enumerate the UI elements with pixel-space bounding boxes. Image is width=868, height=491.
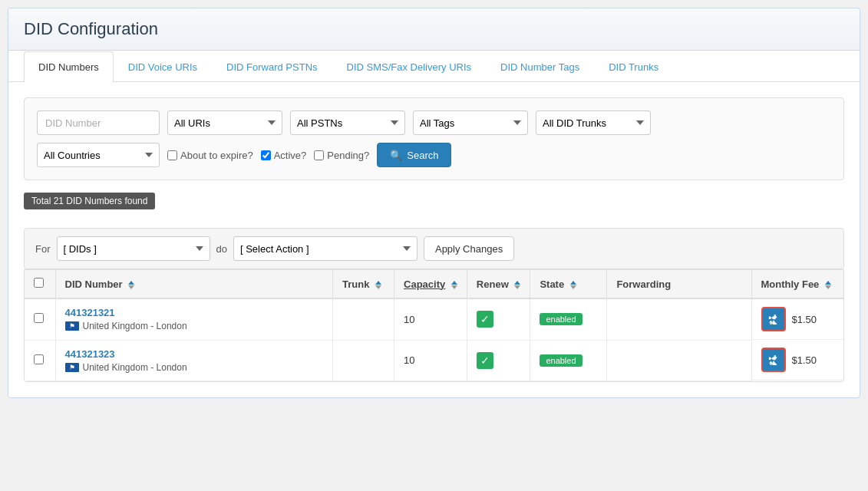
th-checkbox <box>25 270 55 298</box>
shuffle-icon <box>768 354 779 365</box>
table-header-row: DID Number Trunk <box>25 270 843 298</box>
state-badge: enabled <box>540 313 582 325</box>
table-body: 441321321 United Kingdom - London 10 ✓ e… <box>25 298 843 381</box>
th-did-number: DID Number <box>55 270 333 298</box>
th-forwarding: Forwarding <box>607 270 751 298</box>
did-location: United Kingdom - London <box>65 362 324 373</box>
monthly-fee-value: $1.50 <box>792 354 817 366</box>
row-state-cell: enabled <box>530 340 607 381</box>
pending-checkbox[interactable] <box>314 150 324 160</box>
row-did-number-cell: 441321321 United Kingdom - London <box>55 298 333 340</box>
shuffle-icon <box>768 314 779 325</box>
tab-did-numbers[interactable]: DID Numbers <box>24 51 114 82</box>
did-number-cell: 441321321 United Kingdom - London <box>65 307 324 331</box>
sort-down-icon <box>375 285 381 289</box>
sort-up-icon <box>825 281 831 285</box>
sort-up-icon <box>375 281 381 285</box>
did-number-value[interactable]: 441321321 <box>65 307 324 318</box>
row-forwarding-cell <box>607 298 751 340</box>
row-trunk-cell <box>333 298 394 340</box>
capacity-value: 10 <box>404 354 414 366</box>
did-number-input[interactable] <box>37 110 160 135</box>
row-forwarding-cell <box>607 340 751 381</box>
tab-did-number-tags[interactable]: DID Number Tags <box>486 51 594 82</box>
th-capacity: Capacity <box>394 270 467 298</box>
capacity-sort[interactable] <box>451 281 457 289</box>
apply-changes-button[interactable]: Apply Changes <box>424 236 514 261</box>
sort-down-icon <box>825 285 831 289</box>
monthly-fee-value: $1.50 <box>792 314 817 325</box>
did-table: DID Number Trunk <box>25 270 843 381</box>
row-renew-cell: ✓ <box>467 298 530 340</box>
page-header: DID Configuration <box>8 8 860 51</box>
monthly-fee-sort[interactable] <box>825 281 831 289</box>
did-location-text: United Kingdom - London <box>83 321 187 331</box>
renew-check-icon: ✓ <box>477 352 493 369</box>
pstn-select[interactable]: All PSTNs <box>290 110 405 135</box>
row-capacity-cell: 10 <box>394 340 467 381</box>
tab-did-sms-fax[interactable]: DID SMS/Fax Delivery URIs <box>332 51 487 82</box>
sort-down-icon <box>128 285 134 289</box>
sort-down-icon <box>514 285 520 289</box>
tab-did-forward-pstns[interactable]: DID Forward PSTNs <box>212 51 332 82</box>
about-to-expire-checkbox[interactable] <box>167 150 177 160</box>
filter-box: All URIs All PSTNs All Tags All DID Trun… <box>24 97 844 180</box>
row-checkbox-cell <box>25 298 55 340</box>
capacity-value: 10 <box>404 314 414 325</box>
search-icon: 🔍 <box>390 150 402 161</box>
did-number-sort[interactable] <box>128 281 134 289</box>
pending-label[interactable]: Pending? <box>314 150 369 161</box>
table-wrapper: DID Number Trunk <box>24 269 844 382</box>
table-row: 441321323 United Kingdom - London 10 ✓ e… <box>25 340 843 381</box>
row-monthly-fee-cell: $1.50 <box>752 340 844 381</box>
trunk-sort[interactable] <box>375 281 381 289</box>
about-to-expire-label[interactable]: About to expire? <box>167 150 253 161</box>
row-trunk-cell <box>333 340 394 381</box>
th-state: State <box>530 270 607 298</box>
page-title: DID Configuration <box>24 19 844 39</box>
select-all-checkbox[interactable] <box>34 278 44 288</box>
row-did-number-cell: 441321323 United Kingdom - London <box>55 340 333 381</box>
table-row: 441321321 United Kingdom - London 10 ✓ e… <box>25 298 843 340</box>
did-number-cell: 441321323 United Kingdom - London <box>65 348 324 373</box>
action-select[interactable]: [ Select Action ] <box>233 236 417 261</box>
state-badge: enabled <box>540 354 582 367</box>
sort-up-icon <box>128 281 134 285</box>
trunks-select[interactable]: All DID Trunks <box>536 110 651 135</box>
search-button[interactable]: 🔍 Search <box>377 143 451 167</box>
sort-down-icon <box>570 285 576 289</box>
page-wrapper: DID Configuration DID Numbers DID Voice … <box>8 8 860 398</box>
row-checkbox[interactable] <box>34 313 44 323</box>
dids-select[interactable]: [ DIDs ] <box>57 236 210 261</box>
state-sort[interactable] <box>570 281 576 289</box>
sort-up-icon <box>514 281 520 285</box>
did-number-value[interactable]: 441321323 <box>65 348 324 360</box>
filter-row-2: All Countries About to expire? Active? P… <box>37 143 831 167</box>
filter-row-1: All URIs All PSTNs All Tags All DID Trun… <box>37 110 831 135</box>
sort-up-icon <box>570 281 576 285</box>
results-count-badge: Total 21 DID Numbers found <box>24 193 844 219</box>
active-label[interactable]: Active? <box>261 150 307 161</box>
th-renew: Renew <box>467 270 530 298</box>
did-location: United Kingdom - London <box>65 321 324 331</box>
renew-sort[interactable] <box>514 281 520 289</box>
row-capacity-cell: 10 <box>394 298 467 340</box>
bulk-actions-row: For [ DIDs ] do [ Select Action ] Apply … <box>24 228 844 269</box>
th-trunk: Trunk <box>333 270 394 298</box>
action-button[interactable] <box>761 307 786 331</box>
tab-did-trunks[interactable]: DID Trunks <box>594 51 673 82</box>
row-renew-cell: ✓ <box>467 340 530 381</box>
tab-did-voice-uris[interactable]: DID Voice URIs <box>114 51 212 82</box>
action-button[interactable] <box>761 348 786 372</box>
renew-check-icon: ✓ <box>477 311 493 328</box>
uri-select[interactable]: All URIs <box>167 110 282 135</box>
active-checkbox[interactable] <box>261 150 271 160</box>
sort-up-icon <box>451 281 457 285</box>
did-location-text: United Kingdom - London <box>83 362 187 373</box>
content-area: All URIs All PSTNs All Tags All DID Trun… <box>8 82 860 397</box>
sort-down-icon <box>451 285 457 289</box>
row-checkbox[interactable] <box>34 354 44 364</box>
uk-flag-icon <box>65 363 79 372</box>
tags-select[interactable]: All Tags <box>413 110 528 135</box>
country-select[interactable]: All Countries <box>37 143 160 167</box>
